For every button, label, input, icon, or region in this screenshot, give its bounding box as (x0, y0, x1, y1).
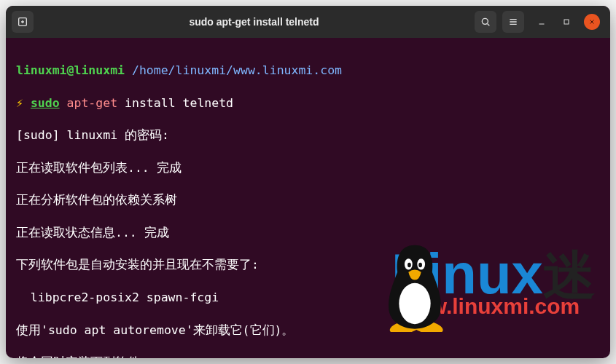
sudo-keyword: sudo (31, 96, 60, 110)
apt-get-command: apt-get (67, 96, 118, 110)
command-line: ⚡ sudo apt-get install telnetd (16, 95, 600, 111)
prompt-path: /home/linuxmi/www.linuxmi.com (132, 63, 342, 77)
prompt-user: linuxmi@linuxmi (16, 63, 125, 77)
output-line: 正在读取软件包列表... 完成 (16, 160, 600, 176)
output-line: 下列软件包是自动安装的并且现在不需要了: (16, 257, 600, 273)
new-tab-icon (17, 16, 28, 28)
new-tab-button[interactable] (12, 11, 34, 33)
command-args: install telnetd (117, 96, 233, 110)
terminal-window: sudo apt-get install telnetd linuxmi@lin… (6, 6, 610, 358)
search-icon (480, 16, 491, 28)
output-line: 正在读取状态信息... 完成 (16, 225, 600, 241)
prompt-line: linuxmi@linuxmi /home/linuxmi/www.linuxm… (16, 63, 600, 79)
output-line: 将会同时安装下列软件: (16, 355, 600, 358)
svg-rect-2 (564, 20, 569, 24)
window-title: sudo apt-get install telnetd (39, 16, 469, 28)
maximize-button[interactable] (559, 15, 574, 29)
output-line: libpcre2-posix2 spawn-fcgi (16, 290, 600, 306)
bolt-icon: ⚡ (16, 96, 23, 110)
minimize-button[interactable] (534, 15, 549, 29)
close-icon (588, 17, 596, 26)
terminal-body[interactable]: linuxmi@linuxmi /home/linuxmi/www.linuxm… (6, 38, 610, 358)
output-line: 使用'sudo apt autoremove'来卸载它(它们)。 (16, 323, 600, 339)
title-bar: sudo apt-get install telnetd (6, 6, 610, 38)
search-button[interactable] (475, 11, 496, 33)
output-line: 正在分析软件包的依赖关系树 (16, 192, 600, 208)
minimize-icon (537, 17, 546, 26)
close-button[interactable] (584, 14, 600, 30)
output-line: [sudo] linuxmi 的密码: (16, 127, 600, 143)
menu-button[interactable] (502, 11, 524, 33)
svg-point-1 (482, 18, 488, 24)
hamburger-icon (507, 16, 519, 28)
maximize-icon (562, 17, 571, 26)
window-controls (530, 14, 604, 30)
